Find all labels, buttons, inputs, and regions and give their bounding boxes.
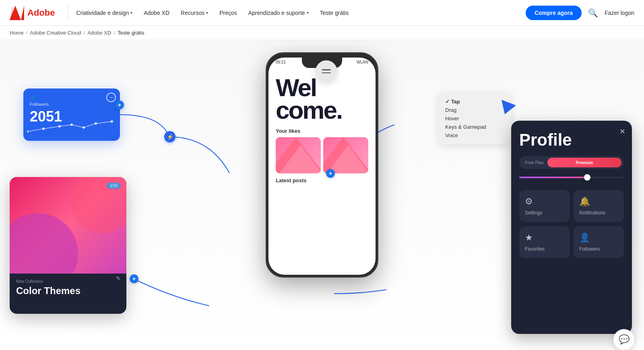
phone-menu-button[interactable] <box>316 60 337 82</box>
profile-tile-followers[interactable]: 👤 Followers <box>574 226 624 258</box>
phone-likes-grid <box>276 137 368 173</box>
phone-tile-2 <box>323 137 368 173</box>
nav-link-creatividade[interactable]: Criatividade e design ▾ <box>71 0 137 26</box>
followers-user-icon: 👤 <box>30 95 114 101</box>
svg-point-8 <box>95 122 97 125</box>
card-thumbnail <box>10 177 126 274</box>
svg-point-3 <box>27 130 29 133</box>
close-button[interactable]: ✕ <box>619 127 625 136</box>
dropdown-item-tap[interactable]: Tap <box>445 97 505 106</box>
compre-agora-button[interactable]: Compre agora <box>526 6 582 20</box>
navigation: Adobe Criatividade e design ▾ Adobe XD R… <box>0 0 644 26</box>
followers-label: Followers <box>30 102 114 107</box>
breadcrumb-creative-cloud[interactable]: Adobe Creative Cloud <box>30 30 81 36</box>
search-icon[interactable]: 🔍 <box>588 8 598 18</box>
plan-toggle[interactable]: Free Plan Premium <box>519 156 624 169</box>
phone-welcome-text: Welcome. <box>276 76 368 121</box>
chevron-down-icon-3: ▾ <box>307 10 309 15</box>
interaction-dropdown: Tap Drag Hover Keys & Gamepad Voice <box>439 93 511 144</box>
free-plan-label: Free Plan <box>522 160 547 165</box>
slider-thumb[interactable] <box>584 174 590 181</box>
chat-button[interactable]: 💬 <box>613 329 634 350</box>
plus-connector-1[interactable]: + <box>115 101 124 109</box>
hamburger-icon <box>322 69 331 73</box>
breadcrumb: Home / Adobe Creative Cloud / Adobe XD /… <box>0 26 644 40</box>
adobe-logo-icon <box>10 6 24 20</box>
premium-bar: Premium <box>547 158 621 167</box>
blob-1 <box>10 213 78 274</box>
hero-section: − 👤 Followers 2051 + ⚡ 1/10 ✎ <box>0 40 644 350</box>
plan-slider[interactable] <box>519 171 624 183</box>
breadcrumb-sep-2: / <box>84 30 85 36</box>
phone-mockup: 09:21 WLAN Welcome. Your likes Latest po <box>266 52 378 278</box>
lightning-connector: ⚡ <box>164 131 175 142</box>
color-themes-card: 1/10 ✎ New Collection Color Themes <box>10 177 126 314</box>
nav-link-precos[interactable]: Preços <box>215 0 242 26</box>
adobe-logo[interactable]: Adobe <box>10 6 55 20</box>
breadcrumb-sep-1: / <box>26 30 28 36</box>
dropdown-item-voice[interactable]: Voice <box>445 131 505 140</box>
svg-point-9 <box>111 120 113 123</box>
card-badge: 1/10 <box>107 183 121 189</box>
breadcrumb-sep-3: / <box>114 30 115 36</box>
chat-icon: 💬 <box>619 334 630 345</box>
svg-point-6 <box>70 124 73 126</box>
svg-marker-1 <box>21 6 24 20</box>
minus-button[interactable]: − <box>106 93 116 102</box>
breadcrumb-current: Teste grátis <box>118 30 144 36</box>
profile-card: ✕ Profile Free Plan Premium ⚙ Settings 🔔… <box>511 121 632 334</box>
slider-fill <box>519 177 587 178</box>
svg-point-5 <box>58 125 61 128</box>
login-link[interactable]: Fazer logon <box>605 10 634 16</box>
followers-icon: 👤 <box>579 233 590 243</box>
collection-label: New Collection <box>16 279 120 284</box>
phone-latest-label: Latest posts <box>276 177 368 183</box>
profile-tile-notifications[interactable]: 🔔 Notifications <box>574 190 624 222</box>
nav-link-testegratis[interactable]: Teste grátis <box>315 0 354 26</box>
profile-tiles-grid: ⚙ Settings 🔔 Notifications ★ Favorites 👤… <box>519 190 624 258</box>
phone-content: Welcome. Your likes Latest posts <box>268 76 376 183</box>
breadcrumb-adobexd[interactable]: Adobe XD <box>87 30 111 36</box>
svg-marker-2 <box>10 6 13 20</box>
card-info: New Collection Color Themes <box>10 274 126 302</box>
settings-icon: ⚙ <box>525 196 533 207</box>
plus-connector-3[interactable]: + <box>326 169 335 178</box>
breadcrumb-home[interactable]: Home <box>10 30 24 36</box>
favorites-label: Favorites <box>525 246 545 252</box>
nav-actions: Compre agora 🔍 Fazer logon <box>526 6 634 20</box>
tile-decoration-2 <box>277 145 321 173</box>
phone-screen: 09:21 WLAN Welcome. Your likes Latest po <box>268 58 376 275</box>
svg-point-7 <box>83 126 85 129</box>
settings-label: Settings <box>525 210 542 216</box>
notifications-icon: 🔔 <box>579 196 590 207</box>
nav-divider <box>68 5 68 21</box>
chevron-down-icon: ▾ <box>130 10 132 15</box>
phone-likes-label: Your likes <box>276 128 368 134</box>
edit-button[interactable]: ✎ <box>116 275 121 282</box>
nav-links: Criatividade e design ▾ Adobe XD Recurso… <box>71 0 526 26</box>
nav-link-aprendizado[interactable]: Aprendizado e suporte ▾ <box>244 0 314 26</box>
phone-signal: WLAN <box>357 60 368 64</box>
profile-title: Profile <box>519 130 624 150</box>
profile-tile-settings[interactable]: ⚙ Settings <box>519 190 570 222</box>
premium-label: Premium <box>576 161 593 165</box>
followers-card: − 👤 Followers 2051 <box>23 89 120 141</box>
collection-title: Color Themes <box>16 285 120 296</box>
notifications-label: Notifications <box>579 210 605 216</box>
favorites-icon: ★ <box>525 233 533 243</box>
dropdown-item-keys[interactable]: Keys & Gamepad <box>445 123 505 131</box>
sparkline <box>27 117 116 135</box>
dropdown-item-hover[interactable]: Hover <box>445 114 505 123</box>
nav-link-adobexd[interactable]: Adobe XD <box>139 0 174 26</box>
brand-label: Adobe <box>27 8 55 18</box>
nav-link-recursos[interactable]: Recursos ▾ <box>176 0 213 26</box>
profile-tile-favorites[interactable]: ★ Favorites <box>519 226 570 258</box>
phone-time: 09:21 <box>276 60 286 64</box>
followers-tile-label: Followers <box>579 246 600 252</box>
svg-point-4 <box>42 128 45 130</box>
plus-connector-2[interactable]: + <box>130 274 138 283</box>
dropdown-item-drag[interactable]: Drag <box>445 106 505 114</box>
chevron-down-icon-2: ▾ <box>206 10 208 15</box>
phone-tile-1 <box>276 137 321 173</box>
